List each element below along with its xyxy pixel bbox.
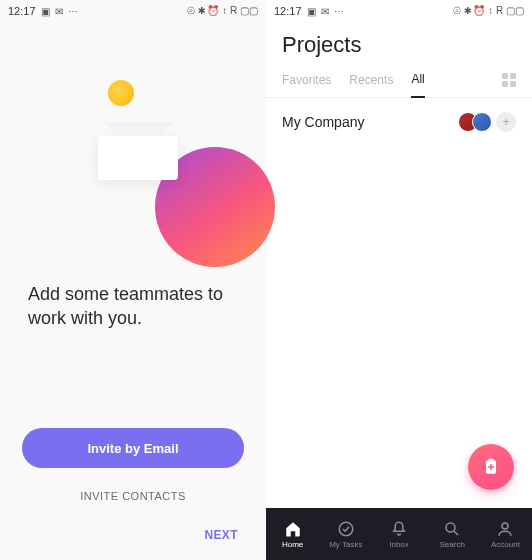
tab-all[interactable]: All	[411, 72, 424, 98]
invite-email-label: Invite by Email	[87, 441, 178, 456]
svg-rect-1	[489, 459, 494, 462]
more-icon: ⋯	[334, 6, 344, 17]
search-icon	[443, 520, 461, 538]
status-right: ⦾ ✱ ⏰ ↕ R ▢▢	[187, 5, 258, 17]
tabbar-home[interactable]: Home	[266, 508, 319, 560]
tabbar-tasks-label: My Tasks	[329, 540, 362, 549]
tabbar-inbox[interactable]: Inbox	[372, 508, 425, 560]
bell-icon	[390, 520, 408, 538]
facebook-icon: ▣	[41, 6, 50, 17]
envelope-icon	[98, 122, 178, 180]
project-row[interactable]: My Company +	[266, 98, 532, 146]
clipboard-plus-icon	[481, 457, 501, 477]
status-right: ⦾ ✱ ⏰ ↕ R ▢▢	[453, 5, 524, 17]
tab-recents[interactable]: Recents	[349, 73, 393, 97]
status-left: 12:17 ▣ ✉ ⋯	[8, 5, 78, 17]
status-indicators: ⦾ ✱ ⏰ ↕ R ▢▢	[453, 5, 524, 17]
invite-email-button[interactable]: Invite by Email	[22, 428, 244, 468]
home-icon	[284, 520, 302, 538]
add-member-button[interactable]: +	[496, 112, 516, 132]
project-members: +	[464, 112, 516, 132]
mail-icon: ✉	[321, 6, 329, 17]
svg-point-2	[339, 522, 353, 536]
invite-contacts-button[interactable]: INVITE CONTACTS	[22, 490, 244, 502]
mail-icon: ✉	[55, 6, 63, 17]
next-button[interactable]: NEXT	[22, 528, 244, 542]
status-indicators: ⦾ ✱ ⏰ ↕ R ▢▢	[187, 5, 258, 17]
svg-point-4	[502, 523, 508, 529]
status-bar: 12:17 ▣ ✉ ⋯ ⦾ ✱ ⏰ ↕ R ▢▢	[266, 0, 532, 22]
projects-screen: 12:17 ▣ ✉ ⋯ ⦾ ✱ ⏰ ↕ R ▢▢ Projects Favori…	[266, 0, 532, 560]
onboarding-actions: Invite by Email INVITE CONTACTS NEXT	[0, 428, 266, 560]
tabbar-account-label: Account	[491, 540, 520, 549]
check-circle-icon	[337, 520, 355, 538]
more-icon: ⋯	[68, 6, 78, 17]
onboarding-illustration	[0, 52, 266, 252]
tabbar-account[interactable]: Account	[479, 508, 532, 560]
tabbar-inbox-label: Inbox	[389, 540, 409, 549]
tab-favorites[interactable]: Favorites	[282, 73, 331, 97]
project-tabs: Favorites Recents All	[266, 72, 532, 98]
status-time: 12:17	[8, 5, 36, 17]
bottom-tabbar: Home My Tasks Inbox Search Account	[266, 508, 532, 560]
svg-point-3	[446, 523, 455, 532]
status-left: 12:17 ▣ ✉ ⋯	[274, 5, 344, 17]
create-fab[interactable]	[468, 444, 514, 490]
project-name: My Company	[282, 114, 464, 130]
tabbar-search[interactable]: Search	[426, 508, 479, 560]
tabbar-search-label: Search	[440, 540, 465, 549]
user-icon	[496, 520, 514, 538]
page-title: Projects	[266, 22, 532, 72]
facebook-icon: ▣	[307, 6, 316, 17]
onboarding-headline: Add some teammates to work with you.	[0, 282, 266, 331]
status-bar: 12:17 ▣ ✉ ⋯ ⦾ ✱ ⏰ ↕ R ▢▢	[0, 0, 266, 22]
grid-view-icon[interactable]	[502, 73, 516, 97]
tabbar-home-label: Home	[282, 540, 303, 549]
onboarding-screen: 12:17 ▣ ✉ ⋯ ⦾ ✱ ⏰ ↕ R ▢▢ Add some teamma…	[0, 0, 266, 560]
tabbar-tasks[interactable]: My Tasks	[319, 508, 372, 560]
status-time: 12:17	[274, 5, 302, 17]
avatar	[472, 112, 492, 132]
sun-dot	[108, 80, 134, 106]
